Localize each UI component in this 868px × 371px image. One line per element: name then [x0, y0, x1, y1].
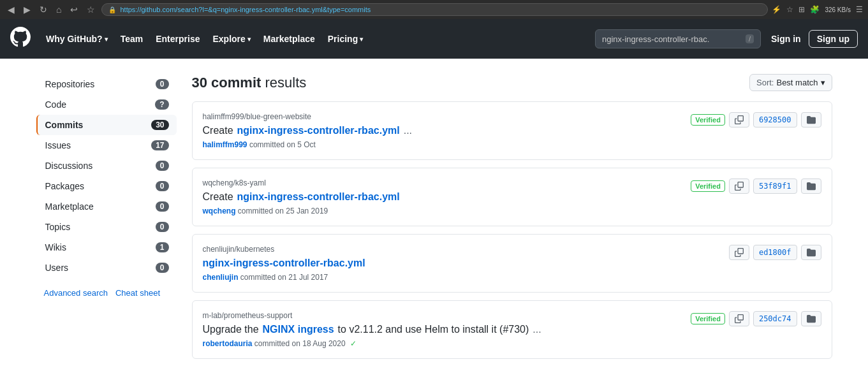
sidebar-item-label: Topics	[45, 222, 71, 232]
nav-pricing[interactable]: Pricing ▾	[323, 30, 368, 48]
nav-enterprise[interactable]: Enterprise	[151, 30, 205, 48]
commit-message: Create nginx-ingress-controller-rbac.yml…	[203, 125, 691, 136]
copy-button[interactable]	[729, 112, 749, 127]
nav-explore[interactable]: Explore ▾	[207, 30, 255, 48]
sidebar-item-users[interactable]: Users 0	[36, 258, 177, 278]
undo-button[interactable]: ↩	[68, 3, 80, 16]
commit-actions: Verified 53f89f1	[691, 178, 821, 194]
sidebar-item-label: Users	[45, 263, 69, 273]
sidebar-badge-marketplace: 0	[156, 201, 169, 212]
commit-author[interactable]: chenliujin	[203, 273, 239, 282]
nav-enterprise-label: Enterprise	[156, 34, 200, 44]
sidebar-item-topics[interactable]: Topics 0	[36, 217, 177, 237]
sidebar-badge-repositories: 0	[156, 79, 169, 89]
browse-files-button[interactable]	[801, 178, 821, 194]
copy-button[interactable]	[729, 311, 749, 326]
sidebar-item-discussions[interactable]: Discussions 0	[36, 156, 177, 176]
cheat-sheet-link[interactable]: Cheat sheet	[115, 288, 160, 298]
back-button[interactable]: ◀	[5, 3, 17, 16]
sidebar-item-label: Wikis	[45, 242, 66, 252]
signin-button[interactable]: Sign in	[771, 34, 801, 44]
commit-meta: wqcheng committed on 25 Jan 2019	[203, 207, 821, 215]
sidebar-item-label: Code	[45, 99, 66, 110]
sidebar-badge-users: 0	[156, 263, 169, 273]
advanced-search-link[interactable]: Advanced search	[44, 288, 108, 298]
browser-chrome: ◀ ▶ ↻ ⌂ ↩ ☆ 🔒 https://github.com/search?…	[0, 0, 868, 19]
results-area: 30 commit results Sort: Best match ▾ Ver…	[192, 74, 832, 367]
commit-meta: chenliujin committed on 21 Jul 2017	[203, 273, 821, 282]
commit-card: ed1800f chenliujin/kubernetes nginx-ingr…	[192, 234, 832, 293]
sort-label: Sort:	[756, 78, 774, 87]
commit-link[interactable]: NGINX ingress	[263, 324, 334, 335]
sidebar-item-repositories[interactable]: Repositories 0	[36, 74, 177, 94]
extension-icon: 🧩	[810, 5, 820, 14]
sidebar-item-label: Packages	[45, 181, 84, 191]
nav-why-github-label: Why GitHub?	[46, 34, 103, 44]
search-input[interactable]: nginx-ingress-controller-rbac. /	[595, 29, 761, 48]
sidebar-item-label: Marketplace	[45, 201, 94, 212]
forward-button[interactable]: ▶	[21, 3, 33, 16]
commit-actions: ed1800f	[729, 245, 821, 260]
github-header: Why GitHub? ▾ Team Enterprise Explore ▾ …	[0, 19, 868, 59]
header-right: Sign in Sign up	[771, 30, 858, 48]
main-content: Repositories 0 Code ? Commits 30 Issues …	[26, 59, 842, 371]
commit-link[interactable]: nginx-ingress-controller-rbac.yml	[237, 125, 400, 136]
sidebar-item-issues[interactable]: Issues 17	[36, 135, 177, 156]
browser-right-controls: ⚡ ☆ ⊞ 🧩 326 KB/s ☰	[772, 5, 863, 14]
sidebar-item-marketplace[interactable]: Marketplace 0	[36, 196, 177, 217]
commit-card: Verified 53f89f1 wqcheng/k8s-yaml Create…	[192, 168, 832, 226]
commit-prefix: Create	[203, 191, 233, 203]
sort-dropdown[interactable]: Sort: Best match ▾	[749, 74, 832, 91]
chevron-down-icon: ▾	[360, 36, 363, 43]
commit-author[interactable]: robertodauria	[203, 339, 253, 348]
github-logo[interactable]	[10, 27, 31, 51]
nav-explore-label: Explore	[212, 34, 245, 44]
commit-hash-button[interactable]: 53f89f1	[753, 178, 797, 194]
committed-text: committed on 21 Jul 2017	[240, 273, 328, 282]
sidebar-item-label: Repositories	[45, 79, 95, 89]
commit-prefix: Create	[203, 125, 233, 136]
signup-button[interactable]: Sign up	[809, 30, 858, 48]
star-outline-icon: ☆	[786, 5, 793, 14]
sidebar-links: Advanced search Cheat sheet	[36, 288, 177, 298]
commit-author[interactable]: halimffm999	[203, 140, 247, 149]
nav-marketplace[interactable]: Marketplace	[258, 30, 320, 48]
copy-button[interactable]	[729, 178, 749, 194]
sidebar-item-wikis[interactable]: Wikis 1	[36, 237, 177, 258]
sidebar-badge-issues: 17	[151, 140, 168, 150]
sidebar-badge-commits: 30	[151, 120, 168, 130]
star-button[interactable]: ☆	[84, 3, 98, 16]
sidebar: Repositories 0 Code ? Commits 30 Issues …	[36, 74, 177, 367]
committed-text: committed on 25 Jan 2019	[238, 207, 328, 215]
address-bar[interactable]: 🔒 https://github.com/search?l=&q=nginx-i…	[101, 3, 768, 16]
sidebar-item-code[interactable]: Code ?	[36, 94, 177, 115]
commit-link[interactable]: nginx-ingress-controller-rbac.yml	[237, 191, 400, 203]
sidebar-item-commits[interactable]: Commits 30	[36, 115, 177, 135]
commit-link[interactable]: nginx-ingress-controller-rbac.yml	[203, 258, 365, 269]
url-text: https://github.com/search?l=&q=nginx-ing…	[120, 6, 371, 13]
results-title: 30 commit results	[192, 75, 307, 91]
sort-value: Best match	[776, 78, 818, 87]
browse-files-button[interactable]	[801, 311, 821, 326]
commit-author[interactable]: wqcheng	[203, 207, 236, 215]
commit-message: Upgrade the NGINX ingress to v2.11.2 and…	[203, 324, 691, 335]
commit-card: Verified 250dc74 m-lab/prometheus-suppor…	[192, 300, 832, 359]
commit-hash-button[interactable]: ed1800f	[753, 245, 797, 260]
reload-button[interactable]: ↻	[37, 3, 50, 16]
browse-files-button[interactable]	[801, 112, 821, 127]
browse-files-button[interactable]	[801, 245, 821, 260]
commit-hash-button[interactable]: 250dc74	[753, 311, 797, 326]
sidebar-item-packages[interactable]: Packages 0	[36, 176, 177, 196]
copy-button[interactable]	[729, 245, 749, 260]
search-shortcut: /	[746, 34, 754, 43]
home-button[interactable]: ⌂	[54, 3, 64, 16]
committed-text: committed on 5 Oct	[249, 140, 316, 149]
chevron-down-icon: ▾	[247, 36, 251, 43]
verified-badge: Verified	[691, 180, 725, 192]
commit-hash-button[interactable]: 6928500	[753, 112, 797, 127]
chevron-down-icon: ▾	[821, 78, 825, 87]
nav-team[interactable]: Team	[115, 30, 149, 48]
commit-suffix: to v2.11.2 and use Helm to install it (#…	[338, 324, 529, 335]
nav-why-github[interactable]: Why GitHub? ▾	[41, 30, 113, 48]
results-header: 30 commit results Sort: Best match ▾	[192, 74, 832, 91]
